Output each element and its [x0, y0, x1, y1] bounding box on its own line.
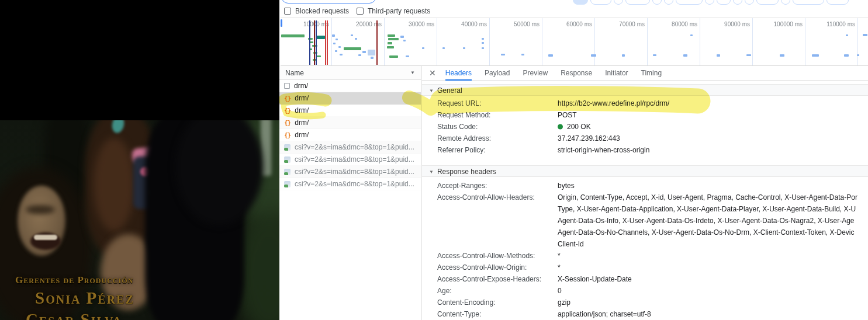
header-value-line: Type, X-User-Agent-Data-Application, X-U… — [558, 203, 857, 215]
devtools-network-panel: Blocked requests Third-party requests 10… — [279, 0, 868, 320]
resource-type-chip[interactable] — [676, 0, 703, 5]
image-icon — [284, 144, 291, 151]
resource-type-chip[interactable] — [793, 0, 824, 5]
overview-event-line — [309, 20, 310, 65]
overview-tick-label: 10000 ms — [282, 21, 329, 27]
request-name: drm/ — [295, 129, 309, 141]
request-row[interactable]: csi?v=2&s=ima&dmc=8&top=1&puid... — [279, 166, 421, 178]
header-key: Request URL: — [422, 98, 558, 109]
general-rows: Request URL:https://b2c-www.redefine.pl/… — [422, 96, 868, 156]
header-value-line: X-Session-Update-Date — [558, 273, 632, 285]
request-row[interactable]: {}drm/ — [279, 92, 421, 105]
network-filter-bar: Blocked requests Third-party requests — [279, 0, 868, 18]
request-row[interactable]: drm/ — [279, 80, 421, 92]
document-icon — [284, 83, 290, 89]
header-value: POST — [558, 109, 577, 121]
json-icon: {} — [284, 129, 291, 141]
waterfall-mark — [846, 34, 848, 36]
request-row[interactable]: csi?v=2&s=ima&dmc=8&top=1&puid... — [279, 154, 421, 166]
waterfall-mark — [406, 55, 409, 57]
video-credit-line: Gerentes de Producción — [15, 274, 133, 286]
overview-tick-label: 80000 ms — [651, 21, 697, 27]
waterfall-mark — [344, 47, 361, 50]
header-row: Access-Control-Allow-Methods:* — [422, 250, 868, 262]
tab-timing[interactable]: Timing — [641, 66, 662, 81]
resource-type-chip[interactable] — [664, 0, 673, 5]
section-header-general[interactable]: ▼General — [422, 84, 868, 96]
overview-gridline — [857, 18, 858, 66]
waterfall-mark — [340, 54, 343, 55]
resource-type-chip[interactable] — [733, 0, 742, 5]
request-row[interactable]: {}drm/ — [279, 105, 421, 117]
resource-type-chip[interactable] — [717, 0, 731, 5]
header-value-line: gzip — [558, 297, 570, 308]
waterfall-mark — [812, 54, 819, 57]
tab-payload[interactable]: Payload — [485, 66, 510, 81]
filter-input[interactable] — [281, 0, 376, 4]
waterfall-mark — [746, 54, 751, 56]
request-name: drm/ — [295, 117, 309, 129]
header-value: X-Session-Update-Date — [558, 273, 632, 285]
close-icon[interactable]: ✕ — [429, 68, 436, 78]
tab-preview[interactable]: Preview — [523, 66, 548, 81]
header-key: Access-Control-Expose-Headers: — [422, 273, 558, 285]
network-overview-timeline[interactable]: 10000 ms20000 ms30000 ms40000 ms50000 ms… — [281, 18, 868, 66]
third-party-requests-checkbox[interactable] — [357, 8, 364, 15]
resource-type-chip[interactable] — [781, 0, 790, 5]
section-header-response-headers[interactable]: ▼Response headers — [422, 165, 868, 177]
tab-response[interactable]: Response — [561, 66, 592, 81]
filter-dropdown-icon[interactable]: ▼ — [410, 66, 415, 80]
waterfall-mark — [442, 47, 445, 49]
header-row: Request URL:https://b2c-www.redefine.pl/… — [422, 98, 868, 109]
tab-initiator[interactable]: Initiator — [605, 66, 628, 81]
header-value: * — [558, 262, 561, 273]
header-row: Content-Encoding:gzip — [422, 297, 868, 308]
waterfall-mark — [422, 47, 424, 49]
request-row[interactable]: {}drm/ — [279, 129, 421, 141]
request-row[interactable]: {}drm/ — [279, 117, 421, 129]
header-value: Origin, Content-Type, Accept, X-id, User… — [558, 192, 857, 250]
request-rows: drm/{}drm/{}drm/{}drm/{}drm/csi?v=2&s=im… — [279, 80, 421, 190]
json-icon: {} — [284, 92, 291, 105]
image-icon — [284, 156, 291, 163]
header-row: Content-Type:application/json; charset=u… — [422, 308, 868, 320]
video-player[interactable]: Gerentes de Producción Sonia Pérez Cesar… — [0, 0, 279, 320]
overview-event-line — [325, 20, 326, 65]
waterfall-mark — [521, 54, 524, 55]
left-actress-brow — [26, 205, 55, 214]
request-row[interactable]: csi?v=2&s=ima&dmc=8&top=1&puid... — [279, 178, 421, 190]
waterfall-mark — [338, 46, 341, 48]
resource-type-chip[interactable] — [573, 0, 588, 5]
header-row: Referrer Policy:strict-origin-when-cross… — [422, 144, 868, 156]
resource-type-chip[interactable] — [590, 0, 611, 5]
resource-type-chip[interactable] — [745, 0, 754, 5]
header-row: Status Code:200 OK — [422, 121, 868, 133]
waterfall-mark — [332, 34, 335, 37]
header-key: Remote Address: — [422, 133, 558, 144]
resource-type-chip[interactable] — [705, 0, 714, 5]
resource-type-chip[interactable] — [756, 0, 779, 5]
header-value: application/json; charset=utf-8 — [558, 308, 651, 320]
response-header-rows: Accept-Ranges:bytesAccess-Control-Allow-… — [422, 177, 868, 320]
resource-type-chip[interactable] — [826, 0, 849, 5]
column-header-name[interactable]: Name ▼ — [279, 66, 421, 80]
waterfall-mark — [622, 54, 625, 57]
waterfall-mark — [482, 47, 484, 49]
header-value: 200 OK — [558, 121, 591, 133]
overview-gridline — [384, 18, 385, 66]
header-value: 37.247.239.162:443 — [558, 133, 620, 144]
blocked-requests-checkbox[interactable] — [284, 8, 291, 15]
resource-type-chip[interactable] — [614, 0, 623, 5]
request-row[interactable]: csi?v=2&s=ima&dmc=8&top=1&puid... — [279, 141, 421, 154]
resource-type-chip[interactable] — [652, 0, 662, 5]
header-key: Referrer Policy: — [422, 144, 558, 156]
overview-gridline — [700, 18, 700, 66]
waterfall-mark — [857, 54, 859, 56]
header-key: Status Code: — [422, 121, 558, 133]
tab-headers[interactable]: Headers — [445, 66, 472, 81]
waterfall-mark — [358, 54, 361, 56]
status-dot-icon — [558, 124, 563, 130]
request-name: csi?v=2&s=ima&dmc=8&top=1&puid... — [295, 166, 414, 178]
resource-type-chip[interactable] — [625, 0, 650, 5]
waterfall-mark — [335, 50, 337, 52]
